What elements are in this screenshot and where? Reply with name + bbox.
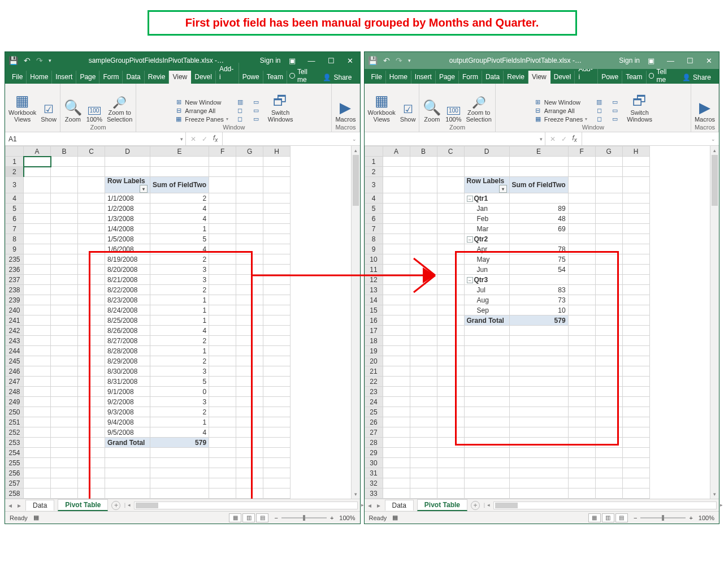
row-header[interactable]: 256 [6,468,24,478]
cell[interactable] [622,417,649,427]
hscroll-left-icon[interactable]: ◂ [128,502,131,508]
row-header[interactable]: 257 [6,478,24,488]
cell[interactable] [622,458,649,468]
pivot-row-value[interactable]: 4 [150,204,209,214]
close-icon[interactable]: ✕ [701,57,717,65]
cell[interactable] [622,488,649,499]
cell[interactable] [410,326,437,336]
tab-revie[interactable]: Revie [145,71,170,84]
cell[interactable] [236,468,263,478]
cell[interactable] [622,157,649,167]
row-header[interactable]: 9 [6,244,24,254]
row-header[interactable]: 237 [6,275,24,285]
horizontal-scrollbar[interactable]: ◂ ▸ [134,501,357,509]
cell[interactable] [410,356,437,366]
qat-customize-icon[interactable]: ▾ [407,58,412,63]
cell[interactable] [622,387,649,397]
name-box[interactable]: A1▾ [5,132,186,145]
col-header-D[interactable]: D [105,146,150,157]
row-header[interactable]: 9 [365,244,383,254]
enter-icon[interactable]: ✓ [202,135,207,143]
cell[interactable] [51,167,78,177]
pivot-row-label[interactable]: 8/29/2008 [105,356,150,366]
cell[interactable] [568,397,595,407]
cell[interactable] [51,488,78,499]
pivot-row-value[interactable]: 0 [150,387,209,397]
view-pagelayout-button[interactable]: ▥ [242,513,255,522]
maximize-icon[interactable]: ☐ [323,57,339,65]
cell[interactable] [464,407,509,417]
cell[interactable] [568,387,595,397]
pivot-row-value[interactable]: 1 [150,315,209,326]
cell[interactable] [568,478,595,488]
formula-input[interactable]: ⌄ [223,132,359,145]
cell[interactable] [622,377,649,387]
switch-windows-button[interactable]: 🗗Switch Windows [627,93,652,123]
col-header-C[interactable]: C [78,146,105,157]
cell[interactable] [437,377,464,387]
pivot-row-value[interactable]: 1 [150,305,209,315]
cell[interactable] [509,377,568,387]
cell-A1[interactable] [24,157,51,167]
cell[interactable] [464,167,509,177]
pivot-row-value[interactable]: 2 [150,254,209,265]
freeze-panes-button[interactable]: ▦Freeze Panes ▾ [175,115,228,123]
cancel-icon[interactable]: ✕ [550,135,556,143]
cell[interactable] [236,448,263,458]
pivot-row-label[interactable]: 9/2/2008 [105,397,150,407]
cell[interactable] [464,488,509,499]
cell[interactable] [568,157,595,167]
pivot-row-value[interactable]: 10 [509,305,568,315]
cell[interactable] [595,387,622,397]
pivot-row-value[interactable]: 5 [150,234,209,244]
cell[interactable] [383,427,410,438]
pivot-row-label[interactable]: Feb [464,214,509,224]
vscroll-down-icon[interactable]: ▾ [352,490,360,499]
pivot-row-value[interactable]: 1 [150,346,209,356]
add-sheet-button[interactable]: + [471,501,480,510]
vscroll-down-icon[interactable]: ▾ [710,490,719,499]
zoom-100-button[interactable]: 100100% [445,107,461,123]
cell[interactable] [622,336,649,346]
sheet-tab-data[interactable]: Data [385,500,414,511]
cell[interactable] [509,326,568,336]
row-header[interactable]: 4 [365,193,383,204]
cell[interactable] [568,346,595,356]
cell[interactable] [595,336,622,346]
cell[interactable] [236,478,263,488]
zoom-in-icon[interactable]: + [689,514,692,521]
cell[interactable] [78,468,105,478]
cell[interactable] [78,167,105,177]
ribbon-options-icon[interactable]: ▣ [643,57,659,65]
row-header[interactable]: 19 [365,346,383,356]
zoom-value[interactable]: 100% [339,514,355,521]
pivot-group-header[interactable]: −Qtr2 [464,234,509,244]
cell[interactable] [105,488,150,499]
pivot-row-labels-header[interactable]: Row Labels▾ [464,177,509,193]
pivot-row-label[interactable]: Jun [464,265,509,275]
cancel-icon[interactable]: ✕ [190,135,196,143]
cell[interactable] [509,438,568,448]
undo-icon[interactable]: ↶ [23,56,32,65]
cell[interactable] [437,346,464,356]
pivot-row-value[interactable]: 3 [150,397,209,407]
minimize-icon[interactable]: — [662,57,679,65]
tab-page[interactable]: Page [436,71,459,84]
cell[interactable] [464,478,509,488]
cell[interactable] [410,478,437,488]
maximize-icon[interactable]: ☐ [682,57,698,65]
cell[interactable] [595,366,622,377]
cell[interactable] [622,167,649,177]
vscroll-thumb[interactable] [353,155,359,206]
row-header[interactable]: 251 [6,417,24,427]
collapse-icon[interactable]: − [467,277,473,283]
row-header[interactable]: 2 [6,167,24,177]
pivot-row-label[interactable]: 8/24/2008 [105,305,150,315]
select-all-corner[interactable] [365,146,383,157]
pivot-row-label[interactable]: 8/27/2008 [105,336,150,346]
cell[interactable] [437,448,464,458]
cell[interactable] [383,458,410,468]
pivot-row-label[interactable]: 8/30/2008 [105,366,150,377]
pivot-row-value[interactable]: 3 [150,366,209,377]
cell[interactable] [509,336,568,346]
